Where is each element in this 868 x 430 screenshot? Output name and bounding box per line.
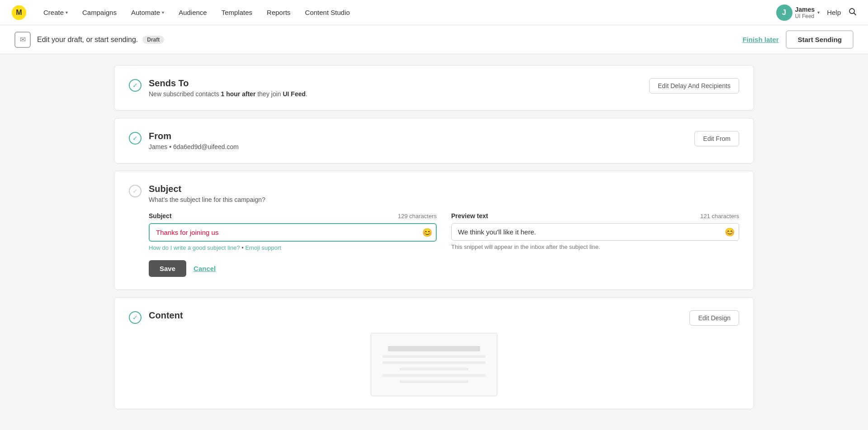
nav-right-section: J James UI Feed ▾ Help <box>776 5 857 21</box>
content-left: ✓ Content <box>129 310 183 324</box>
nav-create[interactable]: Create ▾ <box>38 5 73 20</box>
subject-fields-row: Subject 129 characters 😊 How do I write … <box>149 212 739 251</box>
from-left: ✓ From James • 6da6ed9d@uifeed.com <box>129 131 239 150</box>
subject-question: What's the subject line for this campaig… <box>149 196 265 203</box>
emoji-support-link[interactable]: Emoji support <box>245 244 281 251</box>
content-card: ✓ Content Edit Design <box>114 297 754 409</box>
nav-content-studio[interactable]: Content Studio <box>300 5 355 20</box>
save-button[interactable]: Save <box>149 260 186 277</box>
thumb-header <box>388 346 480 351</box>
nav-audience[interactable]: Audience <box>173 5 212 20</box>
nav-automate[interactable]: Automate ▾ <box>126 5 170 20</box>
from-title: From <box>149 131 239 141</box>
subject-input[interactable] <box>149 223 437 242</box>
subject-emoji-button[interactable]: 😊 <box>422 228 432 238</box>
sends-to-desc: New subscribed contacts 1 hour after the… <box>149 90 307 98</box>
subject-line-help-link[interactable]: How do I write a good subject line? <box>149 244 240 251</box>
subject-title: Subject <box>149 184 265 194</box>
cancel-button[interactable]: Cancel <box>193 265 216 272</box>
content-check-icon: ✓ <box>129 311 142 324</box>
start-sending-button[interactable]: Start Sending <box>786 30 854 49</box>
navigation: M Create ▾ Campaigns Automate ▾ Audience… <box>0 0 868 25</box>
from-check-icon: ✓ <box>129 132 142 145</box>
preview-emoji-button[interactable]: 😊 <box>725 227 735 237</box>
content-title: Content <box>149 310 183 321</box>
preview-label: Preview text <box>451 212 488 220</box>
preview-field-group: Preview text 121 characters 😊 This snipp… <box>451 212 739 251</box>
chevron-down-icon: ▾ <box>66 10 68 15</box>
sends-to-card: ✓ Sends To New subscribed contacts 1 hou… <box>114 65 754 111</box>
main-content: ✓ Sends To New subscribed contacts 1 hou… <box>99 54 769 427</box>
user-info: James UI Feed <box>795 6 815 19</box>
user-menu[interactable]: J James UI Feed ▾ <box>776 5 820 21</box>
svg-text:M: M <box>16 8 22 16</box>
subject-check-icon: ✓ <box>129 185 142 197</box>
thumb-line-1 <box>382 355 486 358</box>
content-info: Content <box>149 310 183 322</box>
top-bar-actions: Finish later Start Sending <box>742 30 854 49</box>
preview-snippet-hint: This snippet will appear in the inbox af… <box>451 243 739 250</box>
subject-field-header: Subject 129 characters <box>149 212 437 220</box>
top-bar-text: Edit your draft, or start sending. <box>37 36 138 44</box>
subject-content: Subject What's the subject line for this… <box>149 184 265 212</box>
mailchimp-logo[interactable]: M <box>11 5 27 21</box>
sends-to-check-icon: ✓ <box>129 79 142 92</box>
subject-hints: How do I write a good subject line? • Em… <box>149 244 437 251</box>
nav-reports[interactable]: Reports <box>261 5 296 20</box>
sends-to-left: ✓ Sends To New subscribed contacts 1 hou… <box>129 78 307 98</box>
sends-to-row: ✓ Sends To New subscribed contacts 1 hou… <box>129 78 739 98</box>
edit-design-button[interactable]: Edit Design <box>689 310 739 326</box>
nav-campaigns[interactable]: Campaigns <box>77 5 122 20</box>
subject-header-row: ✓ Subject What's the subject line for th… <box>129 184 739 212</box>
thumb-line-3 <box>400 368 468 370</box>
from-desc: James • 6da6ed9d@uifeed.com <box>149 143 239 150</box>
from-row: ✓ From James • 6da6ed9d@uifeed.com Edit … <box>129 131 739 150</box>
edit-delay-recipients-button[interactable]: Edit Delay And Recipients <box>649 78 739 93</box>
draft-icon: ✉ <box>14 32 31 48</box>
from-content: From James • 6da6ed9d@uifeed.com <box>149 131 239 150</box>
thumb-line-4 <box>382 374 486 377</box>
sends-to-title: Sends To <box>149 78 307 89</box>
content-preview <box>129 333 739 396</box>
subject-field-group: Subject 129 characters 😊 How do I write … <box>149 212 437 251</box>
thumb-line-5 <box>400 380 468 383</box>
subject-char-count: 129 characters <box>398 213 437 220</box>
preview-text-input[interactable] <box>451 223 739 241</box>
preview-char-count: 121 characters <box>700 213 739 220</box>
sends-to-content: Sends To New subscribed contacts 1 hour … <box>149 78 307 98</box>
nav-templates[interactable]: Templates <box>216 5 258 20</box>
content-row: ✓ Content Edit Design <box>129 310 739 326</box>
chevron-down-icon: ▾ <box>162 10 164 15</box>
preview-input-wrapper: 😊 <box>451 223 739 241</box>
avatar: J <box>776 5 793 21</box>
from-card: ✓ From James • 6da6ed9d@uifeed.com Edit … <box>114 118 754 164</box>
top-bar: ✉ Edit your draft, or start sending. Dra… <box>0 25 868 54</box>
subject-left: ✓ Subject What's the subject line for th… <box>129 184 265 212</box>
preview-field-header: Preview text 121 characters <box>451 212 739 220</box>
edit-from-button[interactable]: Edit From <box>694 131 739 146</box>
subject-label: Subject <box>149 212 172 220</box>
help-link[interactable]: Help <box>827 9 841 16</box>
subject-action-row: Save Cancel <box>149 260 739 277</box>
email-thumbnail <box>371 333 497 396</box>
thumb-line-2 <box>382 361 486 364</box>
chevron-down-icon: ▾ <box>817 10 820 15</box>
subject-input-wrapper: 😊 <box>149 223 437 242</box>
search-icon[interactable] <box>848 7 857 18</box>
svg-line-3 <box>854 13 856 15</box>
status-badge: Draft <box>142 36 164 44</box>
subject-card: ✓ Subject What's the subject line for th… <box>114 171 754 290</box>
finish-later-button[interactable]: Finish later <box>742 36 778 43</box>
